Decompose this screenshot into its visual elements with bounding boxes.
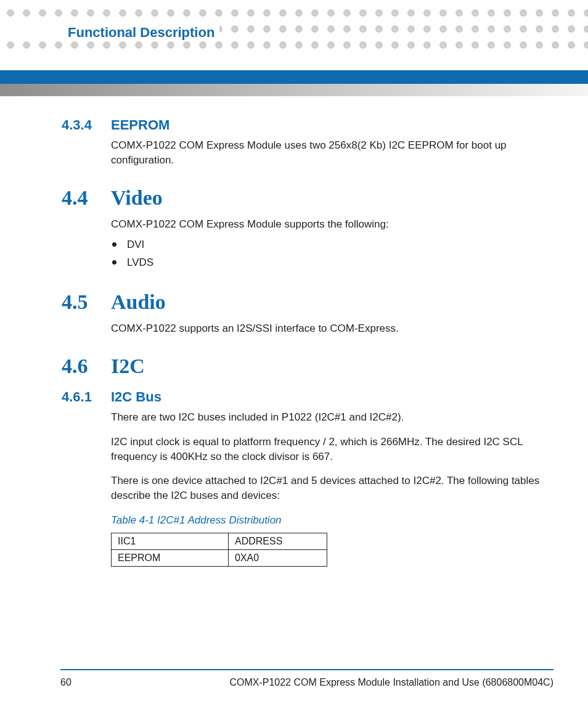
table-cell: 0XA0 <box>229 549 327 566</box>
list-item: LVDS <box>111 254 549 272</box>
section-4-6-1-heading: 4.6.1 I2C Bus <box>62 389 549 405</box>
paragraph: COMX-P1022 supports an I2S/SSI interface… <box>111 321 549 336</box>
section-number: 4.6 <box>62 355 111 378</box>
section-number: 4.5 <box>62 290 111 314</box>
section-number: 4.3.4 <box>62 117 111 133</box>
paragraph: COMX-P1022 COM Express Module uses two 2… <box>111 138 549 168</box>
section-4-6-heading: 4.6 I2C <box>62 355 549 378</box>
header-title-wrap: Functional Description <box>68 25 219 41</box>
paragraph: I2C input clock is equal to platform fre… <box>111 435 549 464</box>
section-title: Audio <box>111 290 166 314</box>
section-4-5-body: COMX-P1022 supports an I2S/SSI interface… <box>111 321 549 336</box>
section-4-6-1-body: There are two I2C buses included in P102… <box>111 410 549 503</box>
paragraph: COMX-P1022 COM Express Module supports t… <box>111 217 549 232</box>
footer-rule <box>60 669 553 670</box>
table-cell: EEPROM <box>112 549 229 566</box>
footer: 60 COMX-P1022 COM Express Module Install… <box>60 677 553 688</box>
section-4-3-4-body: COMX-P1022 COM Express Module uses two 2… <box>111 138 549 168</box>
table-row: EEPROM 0XA0 <box>112 549 327 566</box>
footer-doc-title: COMX-P1022 COM Express Module Installati… <box>229 677 553 688</box>
header-blue-bar <box>0 70 588 84</box>
list-item: DVI <box>111 236 549 254</box>
content-area: 4.3.4 EEPROM COMX-P1022 COM Express Modu… <box>62 117 549 567</box>
table-cell: ADDRESS <box>229 533 327 549</box>
page-number: 60 <box>60 677 71 688</box>
page-header-title: Functional Description <box>68 25 214 40</box>
paragraph: There is one device attached to I2C#1 an… <box>111 474 549 503</box>
section-title: EEPROM <box>111 117 169 133</box>
header-gradient-bar <box>0 84 588 96</box>
section-number: 4.4 <box>62 186 111 210</box>
table-caption: Table 4-1 I2C#1 Address Distribution <box>111 514 549 527</box>
section-4-4-intro: COMX-P1022 COM Express Module supports t… <box>111 217 549 232</box>
section-title: Video <box>111 186 163 210</box>
i2c1-address-table: IIC1 ADDRESS EEPROM 0XA0 <box>111 533 327 567</box>
section-4-5-heading: 4.5 Audio <box>62 290 549 314</box>
table-cell: IIC1 <box>112 533 229 549</box>
header-title-bg-left <box>0 22 68 41</box>
section-4-4-heading: 4.4 Video <box>62 186 549 210</box>
paragraph: There are two I2C buses included in P102… <box>111 410 549 425</box>
table-row: IIC1 ADDRESS <box>112 533 327 549</box>
section-title: I2C Bus <box>111 389 161 405</box>
video-bullet-list: DVI LVDS <box>111 236 549 272</box>
section-number: 4.6.1 <box>62 389 111 405</box>
section-4-3-4-heading: 4.3.4 EEPROM <box>62 117 549 133</box>
section-title: I2C <box>111 355 145 378</box>
